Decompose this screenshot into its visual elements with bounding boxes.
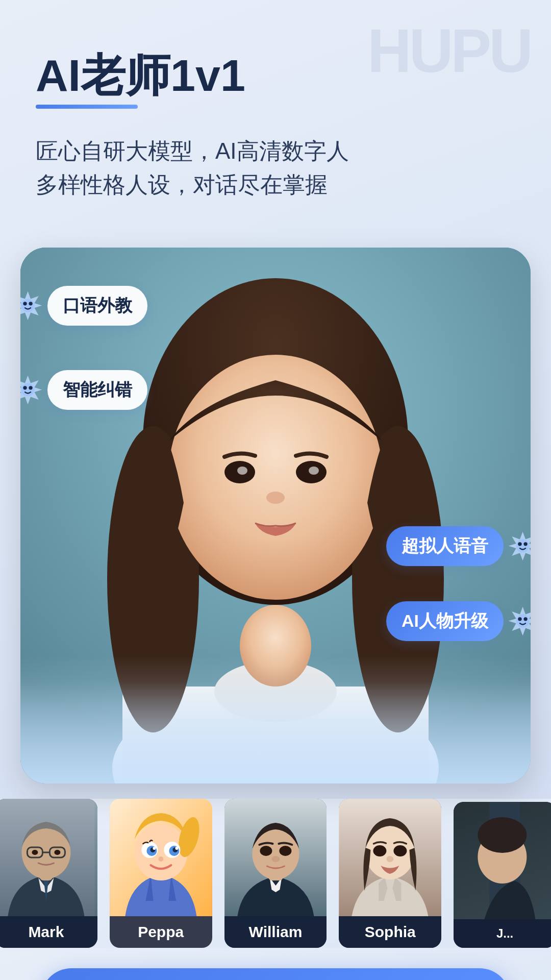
spiky-icon-3	[508, 531, 531, 561]
badge-chao-text: 超拟人语音	[386, 526, 504, 566]
badge-ai: AI人物升级	[386, 601, 531, 641]
svg-point-59	[271, 856, 280, 862]
svg-point-29	[518, 617, 521, 621]
header-section: AI老师1v1 匠心自研大模型，AI高清数字人 多样性格人设，对话尽在掌握	[0, 0, 551, 222]
svg-point-30	[523, 617, 527, 621]
svg-point-67	[387, 856, 394, 862]
svg-point-28	[516, 614, 530, 627]
start-chat-button[interactable]: 开始聊天	[41, 968, 510, 980]
william-name: William	[224, 916, 327, 948]
svg-point-12	[309, 467, 319, 475]
badge-kouyu-text: 口语外教	[47, 286, 147, 326]
svg-point-13	[266, 492, 285, 504]
sophia-portrait	[339, 799, 441, 916]
mark-name: Mark	[0, 916, 97, 948]
avatar-card-peppa[interactable]: Peppa	[110, 799, 212, 948]
svg-point-24	[516, 539, 530, 552]
avatar-card-mark[interactable]: Mark	[0, 799, 97, 948]
j-name: J...	[454, 919, 551, 948]
svg-point-70	[478, 817, 527, 853]
svg-point-64	[394, 845, 407, 856]
svg-point-17	[23, 302, 27, 305]
svg-point-16	[21, 299, 35, 312]
main-image-card: 口语外教 智能纠错 超拟人语音	[20, 248, 531, 783]
svg-point-26	[523, 542, 527, 546]
svg-point-20	[21, 383, 35, 396]
svg-point-51	[158, 856, 163, 862]
subtitle: 匠心自研大模型，AI高清数字人 多样性格人设，对话尽在掌握	[36, 134, 515, 202]
svg-point-25	[518, 542, 521, 546]
spiky-icon	[20, 290, 43, 321]
mark-portrait	[0, 799, 97, 916]
sophia-name: Sophia	[339, 916, 441, 948]
william-portrait	[224, 799, 327, 916]
svg-point-37	[32, 850, 38, 855]
badge-chao: 超拟人语音	[386, 526, 531, 566]
svg-point-11	[237, 467, 247, 475]
avatar-row: Mark	[0, 799, 551, 948]
avatar-card-william[interactable]: William	[224, 799, 327, 948]
badge-zhinen: 智能纠错	[20, 370, 147, 410]
badge-kouyu: 口语外教	[20, 286, 147, 326]
avatar-card-sophia[interactable]: Sophia	[339, 799, 441, 948]
cta-section: 开始聊天	[0, 948, 551, 980]
svg-point-49	[153, 847, 156, 850]
spiky-icon-2	[20, 375, 43, 405]
svg-point-50	[175, 847, 178, 850]
peppa-portrait	[110, 799, 212, 916]
svg-point-63	[373, 845, 387, 856]
svg-point-56	[279, 846, 291, 856]
svg-point-55	[260, 846, 272, 856]
svg-point-22	[29, 386, 32, 389]
badge-ai-text: AI人物升级	[386, 601, 504, 641]
svg-point-38	[54, 850, 60, 855]
svg-point-18	[29, 302, 32, 305]
page-title: AI老师1v1	[36, 51, 245, 109]
avatar-card-j[interactable]: J...	[454, 802, 551, 948]
spiky-icon-4	[508, 606, 531, 636]
j-portrait	[454, 802, 551, 919]
badge-zhinen-text: 智能纠错	[47, 370, 147, 410]
svg-point-21	[23, 386, 27, 389]
peppa-name: Peppa	[110, 916, 212, 948]
